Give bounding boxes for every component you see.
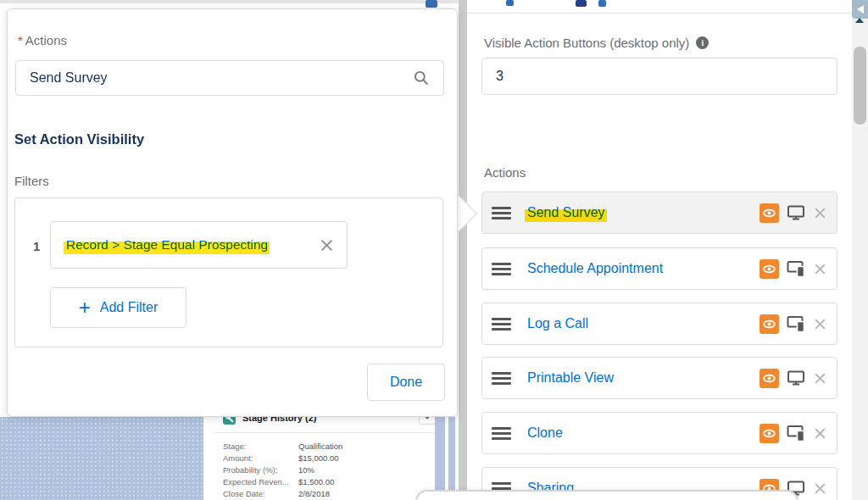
actions-search-value: Send Survey — [30, 70, 108, 86]
stage-history-field: Close Date: 2/8/2018 — [223, 489, 433, 500]
remove-action-icon[interactable] — [813, 371, 827, 386]
drag-handle-icon[interactable] — [492, 207, 511, 219]
panel-divider — [467, 13, 852, 14]
visible-buttons-label: Visible Action Buttons (desktop only) — [484, 36, 689, 50]
set-action-visibility-dialog: *Actions Send Survey Set Action Visibili… — [7, 8, 458, 417]
remove-action-icon[interactable] — [813, 317, 827, 331]
desktop-icon[interactable] — [786, 368, 806, 388]
visible-buttons-input[interactable]: 3 — [481, 58, 837, 95]
action-label[interactable]: Log a Call — [527, 316, 588, 331]
dialog-heading: Set Action Visibility — [14, 131, 144, 147]
clipped-text-fragment — [576, 0, 587, 7]
multi-device-icon[interactable] — [786, 423, 806, 443]
action-row-printable-view[interactable]: Printable View — [481, 357, 837, 399]
top-edge-strip — [0, 0, 465, 3]
visible-buttons-value: 3 — [496, 69, 504, 84]
filter-pill-text: Record > Stage Equal Prospecting — [66, 237, 268, 253]
add-filter-button[interactable]: + Add Filter — [50, 287, 186, 328]
action-row-log-a-call[interactable]: Log a Call — [481, 303, 837, 345]
actions-list-label: Actions — [484, 165, 526, 180]
stage-history-field: Probability (%): 10% — [223, 465, 433, 477]
info-icon[interactable]: i — [696, 36, 709, 49]
action-row-schedule-appointment[interactable]: Schedule Appointment — [481, 247, 837, 290]
filters-label: Filters — [14, 174, 49, 188]
bottom-popup-edge — [415, 490, 798, 500]
multi-device-icon[interactable] — [786, 258, 806, 279]
drag-handle-icon[interactable] — [492, 427, 511, 440]
drag-handle-icon[interactable] — [492, 263, 511, 275]
visibility-eye-icon[interactable] — [760, 203, 779, 223]
search-icon[interactable] — [413, 69, 430, 86]
actions-field-label: *Actions — [18, 33, 67, 47]
desktop-icon[interactable] — [786, 203, 806, 223]
properties-panel: Visible Action Buttons (desktop only) i … — [467, 0, 852, 500]
app-builder-screen: Visible Action Buttons (desktop only) i … — [0, 0, 868, 500]
action-row-clone[interactable]: Clone — [481, 412, 837, 454]
stage-history-divider — [214, 432, 433, 433]
done-button[interactable]: Done — [367, 364, 445, 401]
action-label[interactable]: Schedule Appointment — [527, 261, 663, 276]
canvas-scrollbar-edge — [448, 417, 455, 500]
arrow-left-icon — [857, 5, 864, 14]
required-asterisk: * — [18, 33, 23, 47]
scroll-up-arrow-icon[interactable] — [855, 18, 864, 23]
plus-icon: + — [79, 297, 91, 318]
stage-history-field: Amount: $15,000.00 — [223, 453, 433, 465]
panel-separator — [459, 0, 467, 500]
remove-action-icon[interactable] — [813, 206, 827, 220]
filter-pill[interactable]: Record > Stage Equal Prospecting — [50, 221, 348, 269]
clipped-icon-fragment — [426, 0, 437, 8]
stage-history-field: Stage: Qualification — [223, 442, 433, 453]
scrollbar-thumb[interactable] — [854, 47, 866, 125]
canvas-scrollbar[interactable] — [435, 417, 445, 500]
canvas-background — [0, 417, 203, 500]
visibility-eye-icon[interactable] — [760, 424, 779, 443]
action-label[interactable]: Clone — [527, 425, 563, 441]
visibility-eye-icon[interactable] — [760, 369, 779, 388]
filter-index: 1 — [33, 239, 40, 253]
collapse-panel-icon[interactable] — [852, 0, 868, 19]
drag-handle-icon[interactable] — [492, 318, 511, 331]
stage-history-field: Expected Reven... $1,500.00 — [223, 477, 433, 489]
clipped-text-fragment — [506, 0, 514, 6]
remove-filter-icon[interactable] — [319, 237, 335, 253]
visible-buttons-row: Visible Action Buttons (desktop only) i — [484, 36, 709, 50]
remove-action-icon[interactable] — [813, 481, 827, 496]
filter-group: 1 Record > Stage Equal Prospecting + Add… — [14, 197, 443, 347]
action-row-send-survey[interactable]: Send Survey — [481, 192, 837, 234]
visibility-eye-icon[interactable] — [760, 314, 779, 334]
action-label[interactable]: Printable View — [527, 370, 614, 386]
action-label[interactable]: Send Survey — [527, 205, 605, 220]
multi-device-icon[interactable] — [786, 314, 806, 334]
remove-action-icon[interactable] — [813, 262, 827, 276]
actions-search-input[interactable]: Send Survey — [15, 60, 444, 96]
visibility-eye-icon[interactable] — [760, 259, 779, 279]
remove-action-icon[interactable] — [813, 426, 827, 441]
drag-handle-icon[interactable] — [492, 372, 511, 385]
clipped-text-fragment — [598, 0, 606, 7]
